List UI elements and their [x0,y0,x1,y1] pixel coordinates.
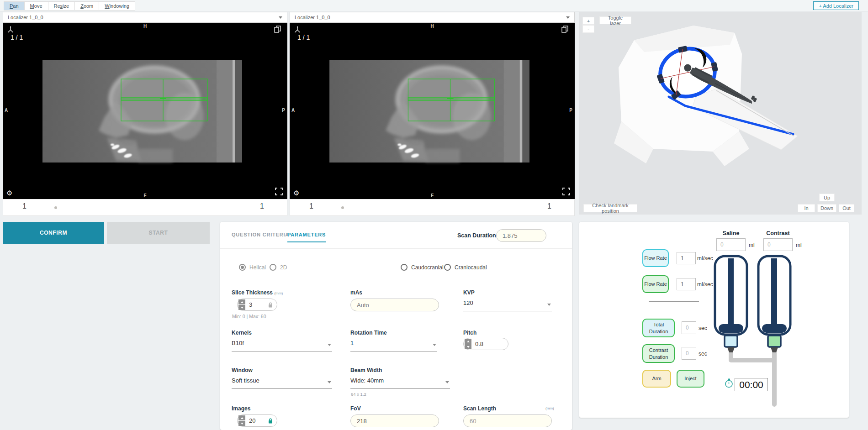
slice-thickness-label: Slice Thickness (mm) [232,289,283,296]
scan-length-input[interactable]: 60 [463,414,552,427]
page-number-right: 1 [260,202,264,210]
contrast-syringe [758,256,790,352]
chevron-down-icon [547,304,551,306]
axes-probe-icon[interactable] [293,26,302,34]
contrast-volume-unit: ml [796,242,802,248]
step-down-icon[interactable] [238,421,245,426]
scan-length-label: Scan Length [463,405,496,412]
contrast-duration-button[interactable]: Contrast Duration [642,344,675,363]
images-label: Images [232,405,250,412]
stepper-arrows[interactable] [238,415,245,426]
radio-caudocranial[interactable]: Caudocranial [401,264,444,271]
lock-icon [268,302,273,308]
pager-dot[interactable] [54,206,57,209]
rotation-time-select[interactable]: 1 [350,339,437,351]
window-select[interactable]: Soft tissue [232,376,332,389]
step-up-icon[interactable] [238,415,245,420]
total-duration-button[interactable]: Total Duration [642,319,675,337]
kernels-select[interactable]: B10f [232,339,332,351]
copy-layout-icon[interactable] [561,26,569,33]
radio-circle[interactable] [401,264,408,271]
radio-helical[interactable]: Helical [239,264,266,271]
scout-image-canvas[interactable]: 1 / 1 H A P F ⚙ [290,23,575,199]
localizer-select[interactable]: Localizer 1_0_0 [3,12,287,23]
mas-input[interactable]: Auto [350,299,439,311]
top-toolbar: Pan Move Resize Zoom Windowing + Add Loc… [0,0,868,12]
radio-circle[interactable] [444,264,451,271]
contrast-volume-input[interactable]: 0 [763,238,793,251]
radio-circle[interactable] [239,264,246,271]
flow-rate-contrast-input[interactable]: 1 [677,278,696,290]
slice-thickness-stepper[interactable]: 3 [237,299,277,311]
viewport-pager: 1 1 [290,199,575,216]
zoom-out-button[interactable]: - [582,25,594,33]
step-up-icon[interactable] [465,339,471,344]
stopwatch-icon [725,378,733,388]
contrast-duration-input[interactable]: 0 [682,347,696,360]
tab-parameters[interactable]: PARAMETERS [287,232,326,242]
flow-rate-contrast-button[interactable]: Flow Rate [642,275,669,293]
inject-button[interactable]: Inject [677,370,704,388]
table-up-button[interactable]: Up [819,194,835,201]
page-number-left: 1 [309,202,313,210]
stepper-arrows[interactable] [465,339,471,349]
scout-image-canvas[interactable]: 1 / 1 H A P F ⚙ [3,23,287,199]
step-up-icon[interactable] [238,299,245,304]
images-stepper[interactable]: 20 [237,414,277,427]
tab-question-criteria[interactable]: QUESTION CRITERIA [232,232,289,237]
scanner-3d-scene[interactable] [579,12,862,215]
radio-craniocaudal[interactable]: Craniocaudal [444,264,487,271]
tab-zoom[interactable]: Zoom [75,1,99,10]
orientation-label-f: F [431,193,434,198]
flow-rate-saline-button[interactable]: Flow Rate [642,249,669,267]
scan-duration-input[interactable]: 1.875 [496,229,546,242]
fov-input[interactable]: 218 [350,414,439,427]
orientation-label-p: P [569,108,572,113]
arm-button[interactable]: Arm [642,370,671,388]
fullscreen-icon[interactable] [562,188,570,195]
lock-icon-locked[interactable] [268,418,273,424]
localizer-select[interactable]: Localizer 1_0_0 [290,12,575,23]
beam-width-select[interactable]: Wide: 40mm [350,376,450,389]
saline-volume-input[interactable]: 0 [716,238,746,251]
flow-rate-saline-input[interactable]: 1 [677,252,696,264]
slice-thickness-hint: Min: 0 | Max: 60 [232,314,266,319]
tab-move[interactable]: Move [25,1,48,10]
zoom-in-button[interactable]: + [582,17,594,25]
radio-2d[interactable]: 2D [270,264,287,271]
toggle-laser-button[interactable]: Toggle lazer [599,16,631,24]
table-out-button[interactable]: Out [839,204,854,212]
stepper-arrows[interactable] [238,299,245,310]
chevron-down-icon [279,16,282,19]
rotation-time-label: Rotation Time [350,330,387,336]
window-label: Window [232,367,253,373]
fov-label: FoV [350,405,361,412]
add-localizer-button[interactable]: + Add Localizer [813,1,859,10]
beam-width-hint: 64 x 1.2 [351,392,366,397]
fullscreen-icon[interactable] [275,188,283,195]
confirm-button[interactable]: CONFIRM [3,222,104,244]
tab-windowing[interactable]: Windowing [99,1,135,10]
viewport-settings-gear-icon[interactable]: ⚙ [293,189,299,196]
pitch-stepper[interactable]: 0.8 [463,338,508,350]
check-landmark-button[interactable]: Check landmark position [583,204,637,212]
tab-pan[interactable]: Pan [4,1,25,10]
step-down-icon[interactable] [238,305,245,310]
axes-probe-icon[interactable] [6,26,15,34]
kvp-select[interactable]: 120 [463,299,552,311]
step-down-icon[interactable] [465,344,471,349]
slice-counter: 1 / 1 [297,34,310,41]
page-number-right: 1 [547,202,551,210]
radio-circle[interactable] [270,264,276,271]
viewport-settings-gear-icon[interactable]: ⚙ [6,189,12,196]
orientation-label-a: A [5,108,8,113]
table-in-button[interactable]: In [798,204,815,212]
contrast-injector-panel: Saline Contrast 0 ml 0 ml Flow Rate 1 ml… [579,222,849,418]
tab-resize[interactable]: Resize [48,1,75,10]
pager-dot[interactable] [341,206,344,209]
table-down-button[interactable]: Down [817,204,836,212]
orientation-label-f: F [143,193,146,198]
copy-layout-icon[interactable] [274,26,282,33]
total-duration-input[interactable]: 0 [682,321,696,334]
localizer-select-value: Localizer 1_0_0 [295,15,330,20]
